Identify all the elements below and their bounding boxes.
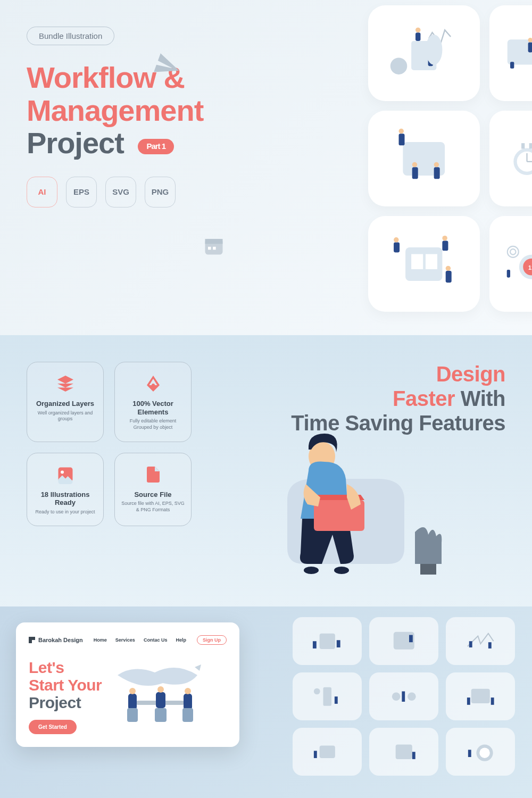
svg-rect-24 (529, 143, 532, 149)
svg-point-71 (408, 692, 416, 701)
meeting-illustration (112, 659, 208, 734)
svg-rect-18 (434, 167, 440, 179)
format-png: PNG (145, 177, 176, 207)
features-right: Design Faster With Time Saving Features (213, 362, 505, 435)
heading-part: Faster (393, 387, 455, 410)
mini-card (369, 728, 438, 776)
svg-rect-57 (184, 694, 192, 710)
mini-card (446, 672, 515, 720)
heading-part: With (455, 387, 505, 410)
preview-card (489, 111, 532, 206)
svg-rect-66 (488, 642, 492, 649)
feature-desc: Ready to use in your project (34, 509, 97, 516)
feature-desc: Well organized layers and groups (34, 410, 97, 422)
mini-card (446, 617, 515, 665)
svg-rect-73 (471, 688, 489, 703)
svg-rect-6 (415, 32, 420, 41)
website-mockup: Barokah Design Home Services Contac Us H… (16, 622, 239, 747)
svg-point-20 (412, 162, 417, 167)
mockup-heading: Let's Start Your Project (29, 659, 102, 711)
title-line-2: Management (27, 94, 203, 127)
feature-card-layers: Organized Layers Well organized layers a… (27, 362, 104, 442)
svg-point-44 (61, 470, 64, 473)
preview-card (368, 5, 480, 101)
svg-point-42 (152, 384, 155, 387)
svg-rect-13 (510, 62, 514, 69)
svg-point-19 (434, 162, 439, 167)
brand-name: Barokah Design (38, 637, 83, 643)
feature-title: 18 Illustrations Ready (34, 491, 97, 507)
svg-rect-60 (319, 633, 335, 649)
svg-rect-61 (313, 641, 317, 649)
mockup-nav: Home Services Contac Us Help (94, 637, 186, 643)
hero-section: Bundle Illustration Workflow & Managemen… (0, 0, 532, 335)
nav-link[interactable]: Home (94, 637, 107, 643)
svg-rect-69 (335, 696, 338, 704)
svg-rect-72 (402, 691, 405, 702)
svg-rect-3 (213, 247, 216, 250)
get-started-button[interactable]: Get Started (29, 720, 77, 734)
feature-desc: Fully editable element Grouped by object (121, 418, 185, 430)
svg-rect-53 (127, 708, 138, 722)
nav-link[interactable]: Contac Us (144, 637, 168, 643)
feature-card-source: Source File Source file with AI, EPS, SV… (114, 453, 192, 527)
nav-link[interactable]: Services (115, 637, 135, 643)
heading-part: Design (436, 362, 505, 386)
svg-rect-65 (469, 641, 472, 647)
svg-point-40 (510, 249, 516, 255)
svg-point-48 (334, 567, 349, 574)
format-eps: EPS (66, 177, 97, 207)
mini-preview-grid (293, 617, 532, 776)
pen-icon (143, 373, 164, 394)
preview-card (368, 216, 480, 312)
format-svg: SVG (105, 177, 136, 207)
svg-rect-1 (205, 239, 223, 244)
svg-point-47 (304, 567, 319, 574)
svg-point-7 (415, 27, 420, 32)
svg-point-70 (392, 692, 401, 701)
mini-card (293, 672, 362, 720)
mockup-body: Let's Start Your Project Get Started (29, 659, 227, 734)
part-badge: Part 1 (138, 139, 174, 154)
svg-rect-77 (314, 751, 317, 758)
svg-rect-82 (468, 750, 471, 757)
svg-text:11: 11 (528, 264, 532, 271)
feature-grid: Organized Layers Well organized layers a… (27, 362, 192, 526)
preview-grid: 11 (368, 5, 532, 312)
nav-link[interactable]: Help (176, 637, 186, 643)
title-line-3: Project (27, 126, 124, 160)
svg-rect-51 (128, 694, 137, 710)
preview-card (489, 5, 532, 101)
mockup-hero-text: Let's Start Your Project Get Started (29, 659, 102, 734)
svg-point-16 (399, 128, 404, 133)
feature-title: Source File (121, 491, 185, 499)
brand-mark-icon (29, 637, 35, 643)
mini-card (446, 728, 515, 776)
svg-rect-59 (182, 708, 193, 722)
signup-button[interactable]: Sign Up (197, 635, 227, 645)
svg-rect-75 (491, 697, 494, 705)
svg-point-5 (390, 57, 408, 74)
svg-rect-74 (467, 697, 470, 705)
svg-rect-17 (412, 167, 418, 179)
svg-rect-41 (506, 270, 510, 278)
svg-rect-49 (420, 564, 436, 575)
svg-rect-31 (443, 240, 448, 251)
image-icon (55, 464, 76, 485)
feature-desc: Source file with AI, EPS, SVG & PNG Form… (121, 501, 185, 513)
svg-rect-11 (528, 42, 532, 52)
layers-icon (55, 373, 76, 394)
svg-point-39 (507, 246, 518, 257)
svg-rect-76 (319, 745, 335, 758)
preview-card (368, 111, 480, 206)
mini-card (293, 728, 362, 776)
svg-rect-15 (399, 134, 405, 145)
svg-rect-79 (412, 752, 415, 759)
preview-card: 11 (489, 216, 532, 312)
bundle-badge: Bundle Illustration (27, 27, 114, 45)
svg-point-58 (185, 688, 191, 694)
svg-point-35 (446, 265, 451, 270)
mock-h-line: Let's (29, 659, 64, 676)
calendar-icon (202, 234, 226, 257)
svg-rect-67 (323, 687, 331, 705)
